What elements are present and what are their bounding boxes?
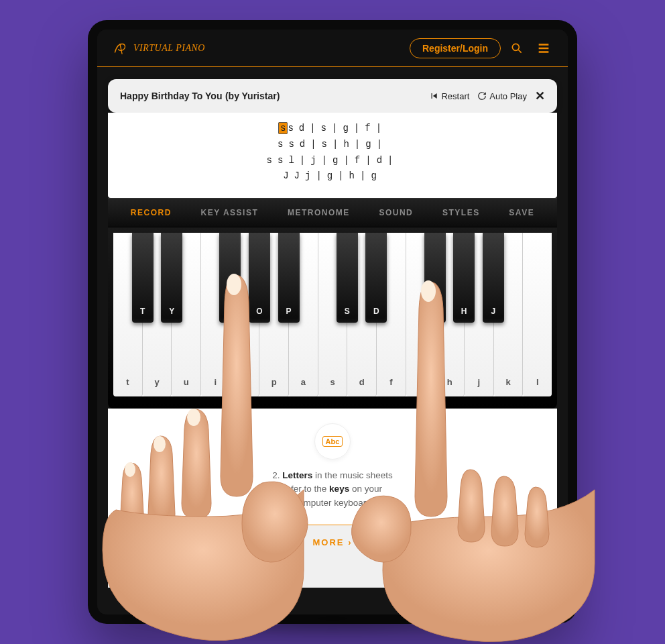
white-key-l[interactable]: l bbox=[523, 233, 552, 396]
black-key-T[interactable]: T bbox=[132, 233, 154, 323]
abc-badge-text: Abc bbox=[322, 436, 343, 447]
info-text: 2. Letters in the music sheets refer to … bbox=[232, 469, 433, 510]
black-key-D[interactable]: D bbox=[365, 233, 387, 323]
sheet-note: | bbox=[322, 155, 332, 166]
music-sheet: ssd|s|g|f|ssd|s|h|g|ssl|j|g|f|d|JJj|g|h|… bbox=[108, 113, 557, 198]
black-key-G[interactable]: G bbox=[424, 233, 446, 323]
search-icon[interactable] bbox=[506, 38, 528, 59]
sheet-note: j bbox=[310, 155, 321, 166]
black-key-O[interactable]: O bbox=[249, 233, 270, 323]
black-key-S[interactable]: S bbox=[337, 233, 358, 323]
sheet-note: s bbox=[322, 139, 332, 150]
tablet-frame: VIRTUAL PIANO Register/Login Happy Birth… bbox=[88, 20, 577, 624]
svg-point-0 bbox=[512, 44, 519, 50]
tab-sound[interactable]: SOUND bbox=[379, 208, 413, 217]
song-title: Happy Birthday To You (by Yuristar) bbox=[120, 90, 280, 102]
logo-icon bbox=[111, 38, 131, 58]
song-name: Happy Birthday To You bbox=[120, 91, 222, 101]
sheet-note: h bbox=[349, 170, 360, 181]
tab-save[interactable]: SAVE bbox=[509, 208, 534, 217]
sheet-note: | bbox=[310, 123, 320, 133]
sheet-note: d bbox=[300, 139, 310, 150]
black-key-J[interactable]: J bbox=[483, 233, 504, 323]
sheet-note: g bbox=[365, 139, 376, 150]
sheet-note: | bbox=[354, 123, 365, 133]
tab-metronome[interactable]: METRONOME bbox=[288, 208, 350, 217]
tab-styles[interactable]: STYLES bbox=[442, 208, 480, 217]
sheet-note: s bbox=[288, 123, 298, 133]
sheet-note: | bbox=[338, 170, 349, 181]
sheet-note: | bbox=[387, 155, 398, 166]
sheet-note: s bbox=[288, 139, 299, 150]
chevron-right-icon: › bbox=[348, 537, 352, 547]
sheet-note: | bbox=[376, 123, 387, 133]
tab-key-assist[interactable]: KEY ASSIST bbox=[201, 208, 259, 217]
svg-line-1 bbox=[519, 50, 522, 52]
more-label: MORE bbox=[313, 537, 345, 547]
piano-toolbar: RECORDKEY ASSISTMETRONOMESOUNDSTYLESSAVE bbox=[108, 198, 557, 227]
song-bar: Happy Birthday To You (by Yuristar) Rest… bbox=[108, 79, 557, 113]
sheet-note: f bbox=[365, 123, 375, 133]
black-key-P[interactable]: P bbox=[278, 233, 300, 323]
abc-icon: Abc bbox=[314, 423, 351, 460]
app-header: VIRTUAL PIANO Register/Login bbox=[97, 30, 568, 67]
sheet-note: j bbox=[305, 170, 316, 181]
sheet-note: | bbox=[377, 139, 387, 150]
sheet-note: s bbox=[278, 155, 288, 166]
sheet-note: s bbox=[278, 122, 288, 134]
logo[interactable]: VIRTUAL PIANO bbox=[111, 38, 205, 58]
piano-keys: tyuiopasdfghjkl TYIOPSDGHJ bbox=[113, 233, 552, 396]
sheet-note: | bbox=[332, 139, 343, 150]
song-author: (by Yuristar) bbox=[225, 91, 280, 101]
logo-text: VIRTUAL PIANO bbox=[133, 43, 205, 54]
sheet-note: | bbox=[360, 170, 371, 181]
piano: tyuiopasdfghjkl TYIOPSDGHJ bbox=[108, 227, 557, 409]
close-icon[interactable]: ✕ bbox=[535, 89, 545, 103]
sheet-note: | bbox=[300, 155, 310, 166]
sheet-note: l bbox=[288, 155, 299, 166]
sheet-note: | bbox=[343, 155, 354, 166]
sheet-note: g bbox=[343, 123, 353, 133]
restart-button[interactable]: Restart bbox=[429, 91, 469, 101]
black-key-Y[interactable]: Y bbox=[161, 233, 182, 323]
more-button[interactable]: MORE › bbox=[108, 525, 557, 588]
sheet-note: | bbox=[355, 139, 365, 150]
info-panel: Abc 2. Letters in the music sheets refer… bbox=[108, 409, 557, 525]
sheet-note: s bbox=[321, 123, 332, 133]
sheet-note: J bbox=[294, 170, 305, 181]
black-key-H[interactable]: H bbox=[453, 233, 475, 323]
sheet-note: g bbox=[371, 170, 381, 181]
sheet-note: d bbox=[299, 123, 310, 133]
autoplay-label: Auto Play bbox=[489, 91, 527, 101]
sheet-note: J bbox=[283, 170, 294, 181]
tab-record[interactable]: RECORD bbox=[131, 208, 172, 217]
sheet-note: d bbox=[377, 155, 387, 166]
restart-label: Restart bbox=[441, 91, 469, 101]
sheet-note: h bbox=[343, 139, 354, 150]
sheet-note: | bbox=[365, 155, 376, 166]
autoplay-button[interactable]: Auto Play bbox=[477, 91, 527, 101]
sheet-note: f bbox=[355, 155, 365, 166]
black-key-I[interactable]: I bbox=[219, 233, 241, 323]
menu-icon[interactable] bbox=[533, 38, 554, 59]
sheet-note: g bbox=[327, 170, 338, 181]
sheet-note: s bbox=[267, 155, 278, 166]
sheet-note: | bbox=[332, 123, 343, 133]
sheet-note: | bbox=[316, 170, 326, 181]
app-screen: VIRTUAL PIANO Register/Login Happy Birth… bbox=[97, 30, 568, 614]
sheet-note: s bbox=[278, 139, 288, 150]
sheet-note: g bbox=[332, 155, 343, 166]
register-login-button[interactable]: Register/Login bbox=[410, 38, 501, 58]
sheet-note: | bbox=[310, 139, 321, 150]
